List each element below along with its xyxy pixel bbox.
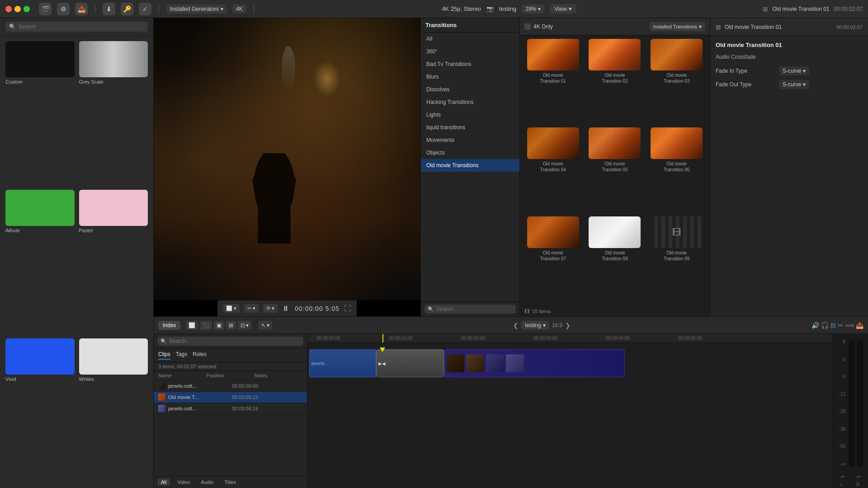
fade-in-label: Fade In Type (716, 68, 779, 74)
tab-tags[interactable]: Tags (176, 351, 187, 360)
view-button[interactable]: View ▾ (550, 4, 576, 14)
transcode-icon[interactable]: ⟹ (845, 322, 854, 329)
4k-only-filter[interactable]: 4K Only (524, 23, 553, 30)
settings-icon[interactable]: ⚙ (57, 3, 70, 15)
installed-transitions-dropdown[interactable]: Installed Transitions ▾ (650, 22, 705, 31)
rp-subtitle: Audio Crossfade (716, 54, 863, 60)
transition-old-movie[interactable]: Old movie Transitions (421, 159, 519, 172)
meter-channel-labels: L R (832, 481, 868, 488)
row-pos-1: 00:00:05:12 (232, 394, 273, 400)
transition-movements[interactable]: Movements (421, 134, 519, 146)
zoom-dropdown[interactable]: 29% ▾ (522, 5, 544, 14)
tab-roles[interactable]: Roles (193, 351, 207, 360)
generator-pastel[interactable]: Pastel (79, 190, 148, 334)
transitions-search-box[interactable]: 🔍 (425, 305, 516, 314)
audio-option-icon[interactable]: 🎧 (821, 322, 829, 329)
maximize-button[interactable] (24, 6, 30, 12)
clip-transition[interactable]: ▶◀ (376, 349, 444, 377)
clip-icon-button[interactable]: ⬜ (186, 321, 198, 330)
tool-options-button[interactable]: ✂ ▾ (244, 304, 259, 313)
tgp-item-04[interactable]: Old movie Transition 04 (524, 127, 583, 213)
check-icon[interactable]: ✓ (139, 3, 151, 15)
meter-bar-container (845, 336, 866, 470)
minimize-button[interactable] (14, 6, 21, 12)
view-options-button-tl[interactable]: ⊡▾ (238, 321, 251, 330)
tl-search-box[interactable]: 🔍 (157, 337, 303, 346)
pause-button[interactable]: ⏸ (282, 305, 289, 313)
index-tab[interactable]: Index (158, 321, 180, 330)
tgp-label-07: Old movie Transition 07 (540, 250, 566, 262)
audio-waveform-icon[interactable]: 🔊 (811, 322, 819, 329)
transition-lights[interactable]: Lights (421, 108, 519, 121)
generator-greyscale[interactable]: Grey Scale (79, 41, 148, 185)
chevron-icon: ▾ (234, 305, 236, 311)
tgp-item-09[interactable]: 🎞 Old movie Transition 09 (647, 216, 706, 302)
download-icon[interactable]: ⬇ (103, 3, 115, 15)
transition-objects[interactable]: Objects (421, 146, 519, 159)
meter-label-n30: -30 (834, 427, 845, 432)
fade-in-value[interactable]: S-curve ▾ (779, 66, 809, 75)
snap-icon[interactable]: ⊟ (830, 322, 836, 329)
transition-bad-tv[interactable]: Bad Tv Transitions (421, 58, 519, 70)
table-row[interactable]: pexels-cott... 00:00:06:16 (154, 403, 307, 414)
generator-dropdown[interactable]: Installed Generators ▾ (166, 5, 227, 14)
clip-icon-3-button[interactable]: ▣ (214, 321, 224, 330)
key-icon[interactable]: 🔑 (121, 3, 133, 15)
share-icon[interactable]: 📤 (75, 3, 88, 15)
rp-section-title: Old movie Transition 01 (716, 42, 863, 48)
tgp-item-05[interactable]: Old movie Transition 05 (585, 127, 645, 213)
chevron-icon: ▾ (253, 305, 255, 311)
transition-all[interactable]: All (421, 33, 519, 45)
generator-vivid[interactable]: Vivid (5, 338, 75, 483)
clip-icon-4-button[interactable]: ⊞ (226, 321, 236, 330)
transition-blurs[interactable]: Blurs (421, 70, 519, 83)
bottom-tab-video[interactable]: Video (174, 479, 193, 486)
view-options-button[interactable]: ⬜ ▾ (223, 304, 240, 313)
clip-icon-2-button[interactable]: ⬛ (200, 321, 212, 330)
generator-whites[interactable]: Whites (79, 338, 148, 483)
tgp-item-02[interactable]: Old movie Transition 02 (585, 39, 645, 125)
transition-hacking[interactable]: Hacking Transitions (421, 96, 519, 108)
sync-button[interactable]: ⟳ ▾ (263, 304, 278, 313)
generator-imovie[interactable]: iMovie (5, 190, 75, 334)
export-icon[interactable]: 📤 (856, 322, 863, 329)
transition-360[interactable]: 360° (421, 45, 519, 58)
fullscreen-button[interactable]: ⛶ (344, 305, 351, 313)
generator-search-input[interactable] (19, 23, 144, 30)
clip-pexels-2[interactable] (444, 349, 625, 377)
next-arrow[interactable]: ❯ (565, 322, 571, 329)
tgp-item-03[interactable]: Old movie Transition 03 (647, 39, 706, 125)
generator-custom-thumb (5, 41, 75, 77)
tool-selector[interactable]: ↖▾ (259, 321, 272, 330)
tgp-footer: 🎞 10 items (520, 306, 710, 316)
generator-search-box[interactable]: 🔍 (5, 22, 148, 32)
bottom-tab-titles[interactable]: Titles (221, 479, 240, 486)
checkbox-4k[interactable] (524, 23, 531, 30)
close-button[interactable] (5, 6, 12, 12)
table-row[interactable]: pexels-cott... 00:00:00:00 (154, 380, 307, 392)
generator-custom[interactable]: Custom (5, 41, 75, 185)
fade-out-value[interactable]: S-curve ▾ (779, 80, 809, 89)
clip-pexels-1[interactable]: pexels... (309, 349, 376, 377)
tgp-item-07[interactable]: Old movie Transition 07 (524, 216, 583, 302)
project-name-dropdown[interactable]: testing ▾ (521, 321, 549, 330)
tgp-item-08[interactable]: Old movie Transition 08 (585, 216, 645, 302)
tab-clips[interactable]: Clips (158, 351, 170, 360)
format-label: 4K 25p, Stereo (442, 5, 481, 12)
table-row[interactable]: Old movie T... 00:00:05:12 (154, 392, 307, 403)
sync-icon: ⟳ (266, 305, 270, 311)
app-icon[interactable]: 🎬 (39, 3, 52, 15)
bottom-tab-audio[interactable]: Audio (197, 479, 217, 486)
transition-liquid[interactable]: liquid transitions (421, 121, 519, 134)
tgp-label-05: Old movie Transition 05 (602, 161, 627, 173)
tgp-item-06[interactable]: Old movie Transition 06 (647, 127, 706, 213)
inspector-icon[interactable]: ⊞ (763, 5, 768, 13)
bottom-tab-all[interactable]: All (157, 479, 170, 486)
transitions-search-input[interactable] (436, 306, 513, 312)
blade-icon[interactable]: ✂ (838, 322, 843, 329)
tl-search-input[interactable] (169, 338, 300, 344)
prev-arrow[interactable]: ❮ (513, 322, 519, 329)
quality-dropdown[interactable]: 4K (232, 5, 246, 14)
transition-dissolves[interactable]: Dissolves (421, 83, 519, 96)
tgp-item-01[interactable]: Old movie Transition 01 (524, 39, 583, 125)
